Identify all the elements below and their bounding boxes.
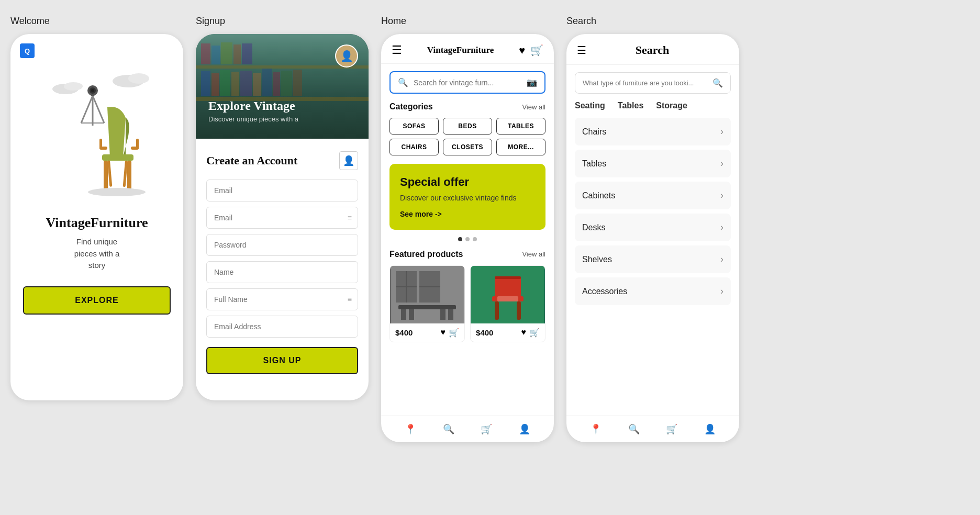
filter-tables[interactable]: Tables xyxy=(618,101,644,110)
search-nav-profile[interactable]: 👤 xyxy=(704,423,716,435)
welcome-label: Welcome xyxy=(10,16,50,27)
person-icon: 👤 xyxy=(339,151,358,170)
search-cat-accessories-chevron: › xyxy=(720,286,723,297)
product-heart-1[interactable]: ♥ xyxy=(441,328,446,338)
search-icon: 🔍 xyxy=(398,77,408,87)
hamburger-icon[interactable]: ☰ xyxy=(392,43,402,57)
product-cart-2[interactable]: 🛒 xyxy=(529,328,540,338)
product-img-1 xyxy=(390,266,464,323)
product-card-1: $400 ♥ 🛒 xyxy=(389,265,465,342)
search-cat-chairs-chevron: › xyxy=(720,126,723,137)
search-nav-cart[interactable]: 🛒 xyxy=(666,423,677,435)
search-cat-shelves[interactable]: Shelves › xyxy=(575,245,731,273)
svg-rect-56 xyxy=(497,296,518,301)
email-address-field[interactable] xyxy=(206,316,358,338)
category-tables[interactable]: TABLES xyxy=(496,118,545,135)
category-beds[interactable]: BEDS xyxy=(443,118,492,135)
offer-link[interactable]: See more -> xyxy=(400,210,535,218)
product-heart-2[interactable]: ♥ xyxy=(521,328,527,338)
welcome-screen-container: Welcome Q xyxy=(10,16,183,400)
categories-view-all[interactable]: View all xyxy=(522,103,545,111)
category-chairs[interactable]: CHAIRS xyxy=(389,139,439,155)
home-nav-search[interactable]: 🔍 xyxy=(443,423,454,435)
search-bottom-nav: 📍 🔍 🛒 👤 xyxy=(566,416,739,442)
search-cat-tables[interactable]: Tables › xyxy=(575,150,731,177)
svg-line-10 xyxy=(93,96,104,123)
svg-rect-20 xyxy=(136,139,139,149)
category-closets[interactable]: CLOSETS xyxy=(443,139,492,155)
product-img-2 xyxy=(471,266,545,323)
search-filter-tabs: Seating Tables Storage xyxy=(566,101,739,118)
search-cat-chairs[interactable]: Chairs › xyxy=(575,118,731,145)
search-nav-search[interactable]: 🔍 xyxy=(628,423,640,435)
search-cat-desks-chevron: › xyxy=(720,222,723,233)
svg-rect-26 xyxy=(220,70,230,96)
home-search-input[interactable] xyxy=(414,79,521,87)
svg-rect-51 xyxy=(495,276,521,297)
home-nav-cart[interactable]: 🛒 xyxy=(481,423,492,435)
home-nav-profile[interactable]: 👤 xyxy=(519,423,530,435)
svg-rect-19 xyxy=(99,139,102,149)
svg-rect-37 xyxy=(233,44,241,64)
offer-desc: Discover our exclusive vintage finds xyxy=(400,193,535,204)
featured-view-all[interactable]: View all xyxy=(522,250,545,258)
explore-button[interactable]: EXPLORE xyxy=(23,286,171,315)
svg-rect-49 xyxy=(440,309,446,320)
welcome-brand: VintageFurniture xyxy=(46,215,148,231)
qa-badge: Q xyxy=(20,43,35,58)
filter-seating[interactable]: Seating xyxy=(575,101,605,110)
signup-phone-frame: 👤 Explore Vintage Discover unique pieces… xyxy=(196,34,369,400)
search-cat-chairs-label: Chairs xyxy=(582,127,606,137)
home-topbar: ☰ VintageFurniture ♥ 🛒 xyxy=(381,34,554,64)
categories-grid: SOFAS BEDS TABLES CHAIRS CLOSETS MORE... xyxy=(389,118,545,155)
product-price-1: $400 xyxy=(395,328,413,337)
category-sofas[interactable]: SOFAS xyxy=(389,118,439,135)
search-cat-accessories[interactable]: Accessories › xyxy=(575,277,731,305)
search-input-bar[interactable]: 🔍 xyxy=(575,72,731,94)
home-bottom-nav: 📍 🔍 🛒 👤 xyxy=(381,416,554,442)
search-main-input[interactable] xyxy=(583,79,708,87)
signup-avatar: 👤 xyxy=(335,44,358,68)
filter-storage[interactable]: Storage xyxy=(656,101,687,110)
dot-1 xyxy=(458,237,462,241)
svg-rect-55 xyxy=(517,301,521,320)
search-magnifier-icon[interactable]: 🔍 xyxy=(712,78,723,88)
search-cat-shelves-chevron: › xyxy=(720,254,723,265)
svg-point-1 xyxy=(128,73,149,84)
product-cart-1[interactable]: 🛒 xyxy=(449,328,459,338)
cart-icon[interactable]: 🛒 xyxy=(530,44,543,57)
svg-rect-28 xyxy=(240,71,252,96)
search-hamburger-icon[interactable]: ☰ xyxy=(577,44,586,57)
product-price-2: $400 xyxy=(476,328,493,337)
search-cat-desks[interactable]: Desks › xyxy=(575,214,731,241)
fullname-field[interactable] xyxy=(206,288,358,310)
home-nav-pin[interactable]: 📍 xyxy=(405,423,416,435)
svg-point-7 xyxy=(91,89,94,92)
svg-rect-38 xyxy=(242,43,252,64)
svg-rect-45 xyxy=(398,305,456,309)
home-search-bar[interactable]: 🔍 📷 xyxy=(389,71,545,94)
category-more[interactable]: MORE... xyxy=(496,139,545,155)
signup-button[interactable]: SIGN UP xyxy=(206,347,358,374)
email-field[interactable] xyxy=(206,180,358,201)
email-icon-field[interactable] xyxy=(206,207,358,229)
svg-rect-29 xyxy=(253,73,261,96)
search-nav-pin[interactable]: 📍 xyxy=(590,423,602,435)
search-cat-cabinets-chevron: › xyxy=(720,190,723,201)
home-phone-frame: ☰ VintageFurniture ♥ 🛒 🔍 📷 Categories Vi… xyxy=(381,34,554,442)
password-field[interactable] xyxy=(206,234,358,256)
welcome-subtitle: Find unique pieces with a story xyxy=(74,236,120,272)
svg-rect-48 xyxy=(409,309,414,320)
home-screen-container: Home ☰ VintageFurniture ♥ 🛒 🔍 📷 Categori… xyxy=(381,16,554,442)
welcome-illustration xyxy=(34,60,160,207)
featured-title: Featured products xyxy=(389,250,463,259)
search-cat-cabinets-label: Cabinets xyxy=(582,191,615,200)
name-field[interactable] xyxy=(206,261,358,283)
signup-screen-container: Signup xyxy=(196,16,369,400)
heart-icon[interactable]: ♥ xyxy=(519,44,525,57)
camera-icon[interactable]: 📷 xyxy=(527,77,537,87)
search-cat-cabinets[interactable]: Cabinets › xyxy=(575,182,731,209)
signup-label: Signup xyxy=(196,16,225,27)
home-content: Categories View all SOFAS BEDS TABLES CH… xyxy=(381,94,554,416)
signup-hero-sub: Discover unique pieces with a xyxy=(208,115,298,123)
